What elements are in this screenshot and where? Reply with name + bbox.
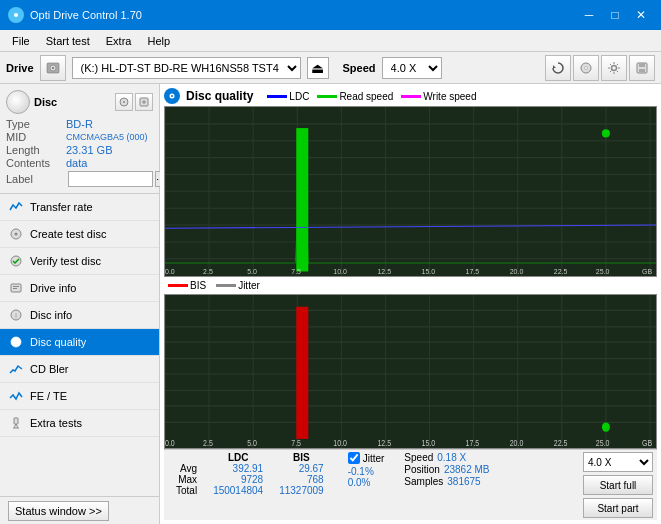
save-button[interactable] bbox=[629, 55, 655, 81]
disc-quality-icon bbox=[8, 334, 24, 350]
menu-extra[interactable]: Extra bbox=[98, 33, 140, 49]
title-bar-left: Opti Drive Control 1.70 bbox=[8, 7, 142, 23]
sidebar: Disc bbox=[0, 84, 160, 524]
svg-line-28 bbox=[14, 424, 16, 428]
label-row: Label ⋯ bbox=[6, 171, 153, 187]
nav-disc-info[interactable]: i Disc info bbox=[0, 302, 159, 329]
mid-field: MID bbox=[6, 131, 66, 143]
legend-ldc: LDC bbox=[267, 91, 309, 102]
position-row: Position 23862 MB bbox=[404, 464, 489, 475]
top-chart: 10000 9000 8000 7000 6000 5000 4000 3000… bbox=[164, 106, 657, 277]
settings-button[interactable] bbox=[601, 55, 627, 81]
legend-ldc-label: LDC bbox=[289, 91, 309, 102]
label-input[interactable] bbox=[68, 171, 153, 187]
nav-extra-tests[interactable]: Extra tests bbox=[0, 410, 159, 437]
nav-create-test-disc[interactable]: Create test disc bbox=[0, 221, 159, 248]
svg-rect-11 bbox=[639, 69, 645, 72]
speed-info: Speed 0.18 X Position 23862 MB Samples 3… bbox=[404, 452, 489, 487]
legend-read-speed-color bbox=[317, 95, 337, 98]
extra-tests-icon bbox=[8, 415, 24, 431]
svg-text:15.0: 15.0 bbox=[422, 438, 436, 448]
nav-disc-quality[interactable]: Disc quality bbox=[0, 329, 159, 356]
disc-icon bbox=[6, 90, 30, 114]
legend-write-speed-label: Write speed bbox=[423, 91, 476, 102]
disc-quality-icon-main bbox=[164, 88, 180, 104]
minimize-button[interactable]: ─ bbox=[577, 5, 601, 25]
close-button[interactable]: ✕ bbox=[629, 5, 653, 25]
nav-verify-test-disc[interactable]: Verify test disc bbox=[0, 248, 159, 275]
nav-drive-info-label: Drive info bbox=[30, 282, 76, 294]
drive-icon bbox=[40, 55, 66, 81]
nav-items: Transfer rate Create test disc bbox=[0, 194, 159, 496]
cd-bler-icon bbox=[8, 361, 24, 377]
contents-field: Contents bbox=[6, 157, 66, 169]
menu-file[interactable]: File bbox=[4, 33, 38, 49]
eject-button[interactable]: ⏏ bbox=[307, 57, 329, 79]
drive-label: Drive bbox=[6, 62, 34, 74]
stats-max-row: Max 9728 768 bbox=[168, 474, 332, 485]
menu-help[interactable]: Help bbox=[139, 33, 178, 49]
svg-point-33 bbox=[171, 95, 173, 97]
legend-write-speed: Write speed bbox=[401, 91, 476, 102]
length-value: 23.31 GB bbox=[66, 144, 112, 156]
disc-type-row: Type BD-R bbox=[6, 118, 153, 130]
app-title: Opti Drive Control 1.70 bbox=[30, 9, 142, 21]
legend-bis-label: BIS bbox=[190, 280, 206, 291]
start-part-button[interactable]: Start part bbox=[583, 498, 653, 518]
svg-text:20.0: 20.0 bbox=[510, 266, 524, 275]
start-full-button[interactable]: Start full bbox=[583, 475, 653, 495]
jitter-avg-row: -0.1% bbox=[348, 466, 385, 477]
jitter-avg-value: -0.1% bbox=[348, 466, 374, 477]
length-field: Length bbox=[6, 144, 66, 156]
disc-quality-title: Disc quality bbox=[186, 89, 253, 103]
app-icon bbox=[8, 7, 24, 23]
jitter-section: Jitter -0.1% 0.0% bbox=[348, 452, 385, 488]
svg-point-58 bbox=[602, 129, 610, 137]
stats-total-bis: 11327009 bbox=[271, 485, 332, 496]
svg-text:17.5: 17.5 bbox=[466, 438, 480, 448]
content-area: Disc quality LDC Read speed Write speed bbox=[160, 84, 661, 524]
disc-panel-icon1[interactable] bbox=[115, 93, 133, 111]
svg-point-7 bbox=[585, 66, 588, 69]
maximize-button[interactable]: □ bbox=[603, 5, 627, 25]
svg-text:5.0: 5.0 bbox=[247, 438, 257, 448]
legend-read-speed: Read speed bbox=[317, 91, 393, 102]
svg-text:22.5: 22.5 bbox=[554, 266, 568, 275]
legend-bis: BIS bbox=[168, 280, 206, 291]
drive-select[interactable]: (K:) HL-DT-ST BD-RE WH16NS58 TST4 bbox=[72, 57, 301, 79]
legend-jitter-color bbox=[216, 284, 236, 287]
svg-point-8 bbox=[612, 65, 617, 70]
disc-panel-icon2[interactable] bbox=[135, 93, 153, 111]
legend-bis-color bbox=[168, 284, 188, 287]
nav-verify-test-disc-label: Verify test disc bbox=[30, 255, 101, 267]
disc-panel-title: Disc bbox=[34, 96, 57, 108]
speed-select[interactable]: 4.0 X bbox=[382, 57, 442, 79]
svg-rect-21 bbox=[13, 286, 19, 287]
disc-button[interactable] bbox=[573, 55, 599, 81]
stats-avg-label: Avg bbox=[168, 463, 205, 474]
speed-dropdown-select[interactable]: 4.0 X bbox=[583, 452, 653, 472]
type-field: Type bbox=[6, 118, 66, 130]
svg-point-18 bbox=[15, 233, 18, 236]
stats-avg-ldc: 392.91 bbox=[205, 463, 271, 474]
nav-transfer-rate[interactable]: Transfer rate bbox=[0, 194, 159, 221]
speed-label-text: Speed bbox=[404, 452, 433, 463]
jitter-checkbox[interactable] bbox=[348, 452, 360, 464]
stats-max-ldc: 9728 bbox=[205, 474, 271, 485]
svg-text:15.0: 15.0 bbox=[422, 266, 436, 275]
transfer-rate-icon bbox=[8, 199, 24, 215]
refresh-button[interactable] bbox=[545, 55, 571, 81]
svg-text:25.0: 25.0 bbox=[596, 266, 610, 275]
nav-fe-te[interactable]: FE / TE bbox=[0, 383, 159, 410]
verify-test-disc-icon bbox=[8, 253, 24, 269]
samples-label: Samples bbox=[404, 476, 443, 487]
menu-start-test[interactable]: Start test bbox=[38, 33, 98, 49]
status-window-button[interactable]: Status window >> bbox=[8, 501, 109, 521]
disc-info-icon: i bbox=[8, 307, 24, 323]
nav-cd-bler[interactable]: CD Bler bbox=[0, 356, 159, 383]
svg-text:GB: GB bbox=[642, 438, 652, 448]
nav-cd-bler-label: CD Bler bbox=[30, 363, 69, 375]
title-bar-controls: ─ □ ✕ bbox=[577, 5, 653, 25]
nav-drive-info[interactable]: Drive info bbox=[0, 275, 159, 302]
stats-table: LDC BIS Avg 392.91 29.67 Max 9728 768 bbox=[168, 452, 332, 496]
